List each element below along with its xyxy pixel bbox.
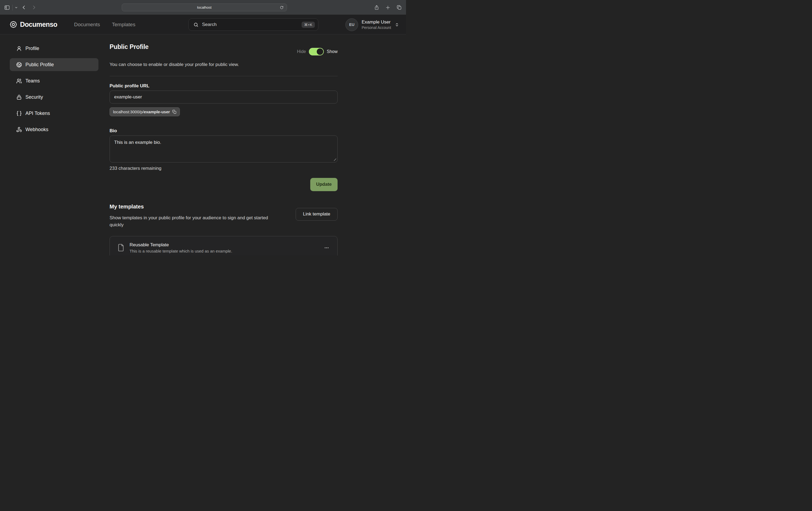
bio-textarea[interactable]: This is an example bio.	[110, 136, 338, 162]
settings-sidebar: Profile Public Profile Teams	[10, 34, 98, 139]
file-icon	[117, 244, 125, 252]
sidebar-item-security[interactable]: Security	[10, 91, 98, 103]
my-templates-description: Show templates in your public profile fo…	[110, 214, 283, 229]
address-bar[interactable]: localhost	[122, 3, 287, 11]
toggle-knob	[317, 49, 323, 55]
chevrons-up-down-icon	[395, 23, 399, 27]
lock-icon	[16, 94, 22, 100]
page-description: You can choose to enable or disable your…	[110, 61, 338, 68]
update-button[interactable]: Update	[310, 178, 338, 191]
browser-chrome: localhost	[0, 0, 406, 15]
sidebar-item-label: Security	[25, 94, 43, 100]
divider	[12, 5, 13, 10]
top-nav: Documents Templates	[74, 22, 136, 28]
sidebar-item-profile[interactable]: Profile	[10, 42, 98, 55]
template-texts: Reusable Template This is a reusable tem…	[129, 242, 322, 253]
account-menu[interactable]: EU Example User Personal Account	[345, 15, 399, 34]
public-profile-settings: Public Profile Hide Show You can choose …	[110, 34, 338, 256]
copy-icon[interactable]	[172, 110, 176, 114]
sidebar-item-public-profile[interactable]: Public Profile	[10, 58, 98, 71]
globe-icon	[16, 62, 22, 68]
sidebar-item-label: Webhooks	[25, 127, 49, 132]
chevron-down-icon[interactable]	[14, 6, 18, 9]
settings-layout: Profile Public Profile Teams	[0, 34, 406, 256]
public-profile-url-input[interactable]	[110, 91, 338, 103]
link-template-button[interactable]: Link template	[296, 208, 338, 221]
documenso-logo-icon	[10, 21, 17, 28]
app-header: Documenso Documents Templates Search ⌘+K…	[0, 15, 406, 34]
brand[interactable]: Documenso	[10, 21, 57, 28]
address-bar-url: localhost	[197, 5, 211, 9]
braces-icon	[16, 111, 22, 116]
sidebar-toggle-icon[interactable]	[4, 5, 10, 10]
page-title: Public Profile	[110, 43, 148, 51]
search-icon	[194, 22, 199, 27]
user-icon	[16, 46, 22, 51]
url-field-label: Public profile URL	[110, 83, 338, 89]
nav-documents[interactable]: Documents	[74, 22, 100, 28]
template-card[interactable]: Reusable Template This is a reusable tem…	[110, 236, 338, 256]
back-icon[interactable]	[22, 5, 26, 10]
sidebar-item-label: Public Profile	[25, 62, 54, 68]
profile-url-preview: localhost:3000/p/example-user	[113, 110, 170, 114]
sidebar-item-teams[interactable]: Teams	[10, 74, 98, 87]
sidebar-item-label: Teams	[25, 78, 40, 84]
template-name: Reusable Template	[129, 242, 322, 248]
avatar: EU	[345, 19, 358, 31]
nav-templates[interactable]: Templates	[112, 22, 136, 28]
profile-visibility-toggle-row: Hide Show	[297, 48, 338, 55]
reload-icon[interactable]	[280, 6, 284, 9]
account-type: Personal Account	[361, 25, 391, 30]
search-input[interactable]: Search ⌘+K	[188, 19, 318, 31]
new-tab-icon[interactable]	[385, 5, 390, 10]
webhook-icon	[16, 127, 22, 132]
profile-url-preview-chip[interactable]: localhost:3000/p/example-user	[110, 107, 180, 116]
sidebar-item-webhooks[interactable]: Webhooks	[10, 123, 98, 136]
tab-overview-icon[interactable]	[397, 5, 402, 10]
profile-visibility-toggle[interactable]	[309, 48, 324, 55]
search-shortcut-badge: ⌘+K	[301, 22, 315, 28]
bio-field-label: Bio	[110, 128, 338, 133]
forward-icon	[32, 5, 36, 10]
template-description: This is a reusable template which is use…	[129, 249, 322, 253]
template-more-menu[interactable]	[322, 244, 331, 252]
share-icon[interactable]	[374, 5, 379, 10]
brand-name: Documenso	[20, 21, 57, 28]
sidebar-item-api-tokens[interactable]: API Tokens	[10, 107, 98, 120]
account-names: Example User Personal Account	[361, 19, 391, 30]
divider	[110, 76, 338, 76]
users-icon	[16, 78, 22, 84]
sidebar-item-label: API Tokens	[25, 111, 50, 116]
search-placeholder: Search	[202, 22, 301, 27]
toggle-hide-label: Hide	[297, 49, 306, 54]
toggle-show-label: Show	[327, 49, 338, 54]
characters-remaining: 233 characters remaining	[110, 166, 338, 171]
account-name: Example User	[361, 19, 391, 25]
my-templates-title: My templates	[110, 204, 283, 210]
sidebar-item-label: Profile	[25, 46, 39, 51]
templates-head-text: My templates Show templates in your publ…	[110, 204, 283, 229]
